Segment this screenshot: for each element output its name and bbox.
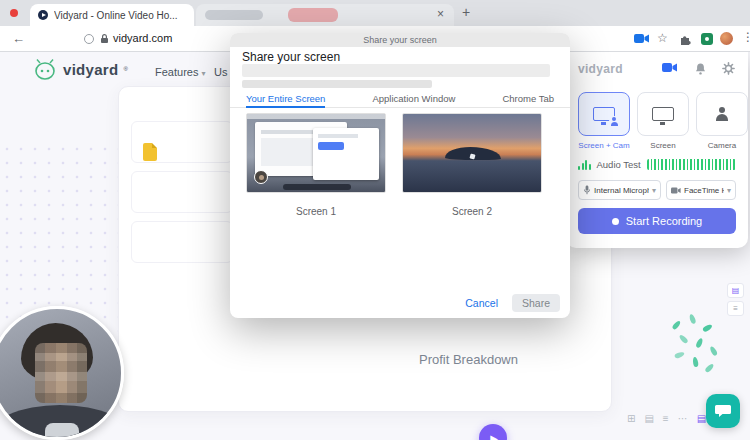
leaf-decoration <box>674 351 685 359</box>
registered-mark: ® <box>123 66 127 72</box>
tab-chrome-tab[interactable]: Chrome Tab <box>502 91 554 108</box>
redacted-origin-text <box>242 80 432 88</box>
browser-menu-icon[interactable]: ⋮ <box>742 30 750 44</box>
extensions-puzzle-icon[interactable] <box>679 33 692 46</box>
section-title: Profit Breakdown <box>419 352 518 367</box>
screen-thumbnails: Screen 1 Screen 2 <box>246 113 542 217</box>
audio-test-label: Audio Test <box>597 159 641 170</box>
microphone-value: Internal Microph... <box>594 186 649 195</box>
start-recording-label: Start Recording <box>626 215 702 227</box>
vidyard-wordmark: vidyard <box>63 61 118 78</box>
share-button[interactable]: Share <box>512 294 560 312</box>
tab-second[interactable]: × <box>196 4 454 26</box>
camera-in-use-icon[interactable] <box>634 33 650 44</box>
camera-value: FaceTime HD Cam... <box>684 186 724 195</box>
tab-strip: Vidyard - Online Video Ho... × + <box>0 0 750 26</box>
vidyard-extension-popup: vidyard Screen <box>566 52 748 248</box>
mode-screen-cam-label: Screen + Cam <box>576 141 632 150</box>
document-icon <box>143 143 157 161</box>
chevron-down-icon: ▾ <box>652 186 656 195</box>
site-info-icon[interactable] <box>84 34 94 44</box>
leaf-decoration <box>709 345 718 356</box>
chart-icon[interactable]: ▤ <box>697 413 706 424</box>
leaf-decoration <box>671 320 681 331</box>
camera-icon <box>671 187 681 194</box>
audio-waveform <box>647 159 736 170</box>
redacted-origin-text <box>242 64 550 77</box>
record-dot-icon <box>612 218 619 225</box>
dialog-tab-bar: Your Entire Screen Application Window Ch… <box>230 91 570 108</box>
bell-icon[interactable] <box>694 62 707 75</box>
vidyard-site-logo[interactable]: vidyard ® <box>32 58 128 80</box>
screen-2-thumbnail[interactable] <box>402 113 542 193</box>
vidyard-extension-icon[interactable] <box>701 33 713 45</box>
redacted-tab-badge <box>288 8 338 22</box>
browser-window: vidyard ® Features ▾ Us Profit Breakdown… <box>0 0 750 440</box>
dialog-footer: Cancel Share <box>465 294 560 312</box>
microphone-icon <box>583 185 591 195</box>
screen-1-thumbnail[interactable] <box>246 113 386 193</box>
monitor-icon <box>652 107 674 121</box>
mode-screen-label: Screen <box>635 141 691 150</box>
screen-1-label: Screen 1 <box>246 206 386 217</box>
record-indicator-dot <box>10 9 18 17</box>
mode-screen-card[interactable] <box>637 92 689 136</box>
person-shirt <box>45 423 79 440</box>
more-icon[interactable]: ⋯ <box>678 413 688 424</box>
tab-application-window[interactable]: Application Window <box>372 91 455 108</box>
tab-title: Vidyard - Online Video Ho... <box>54 10 178 21</box>
page-side-button[interactable]: ≡ <box>727 301 744 316</box>
person-icon <box>714 107 730 121</box>
videocam-icon[interactable] <box>662 62 678 73</box>
address-bar[interactable]: vidyard.com <box>113 32 172 44</box>
leaf-decoration <box>688 313 696 324</box>
cancel-button[interactable]: Cancel <box>465 297 498 309</box>
back-button[interactable]: ← <box>12 31 25 46</box>
mini-dock <box>283 184 351 190</box>
leaf-decoration <box>695 337 704 348</box>
nav-features[interactable]: Features ▾ <box>155 66 206 78</box>
bookmark-star-icon[interactable]: ☆ <box>657 31 668 45</box>
camera-select[interactable]: FaceTime HD Cam... ▾ <box>666 180 736 200</box>
leaf-decoration <box>702 323 713 332</box>
dialog-heading: Share your screen <box>242 50 340 64</box>
chevron-down-icon: ▾ <box>727 186 731 195</box>
vidyard-robot-icon <box>32 58 58 80</box>
chart-toolbar: ⊞ ▤ ≡ ⋯ ▤ <box>627 413 706 424</box>
placeholder-row <box>131 171 233 213</box>
monitor-camera-icon <box>593 107 615 121</box>
tab-entire-screen[interactable]: Your Entire Screen <box>246 91 325 108</box>
nav-use-cases-partial[interactable]: Us <box>214 66 227 78</box>
mode-camera-card[interactable] <box>696 92 748 136</box>
audio-level-icon <box>578 158 591 170</box>
placeholder-row <box>131 221 233 263</box>
grid-icon[interactable]: ⊞ <box>627 413 635 424</box>
screen-2-label: Screen 2 <box>402 206 542 217</box>
chat-bubble-icon <box>714 403 732 419</box>
extension-wordmark: vidyard <box>578 62 623 76</box>
new-tab-button[interactable]: + <box>462 4 470 20</box>
start-recording-button[interactable]: Start Recording <box>578 208 736 234</box>
page-side-button[interactable]: ▤ <box>727 283 744 298</box>
mode-screen-cam-card[interactable] <box>578 92 630 136</box>
lines-icon[interactable]: ≡ <box>663 413 669 424</box>
profile-avatar[interactable] <box>720 32 733 45</box>
vidyard-favicon <box>38 10 48 20</box>
tab-vidyard[interactable]: Vidyard - Online Video Ho... <box>30 4 194 26</box>
mode-camera-label: Camera <box>694 141 750 150</box>
lock-icon <box>100 33 109 44</box>
panel-icon[interactable]: ▤ <box>644 413 653 424</box>
leaf-decoration <box>692 357 699 368</box>
leaf-decoration <box>678 334 689 345</box>
play-icon: ▶ <box>490 433 498 440</box>
microphone-select[interactable]: Internal Microph... ▾ <box>578 180 661 200</box>
gear-icon[interactable] <box>722 62 735 75</box>
pixelated-face <box>35 343 87 403</box>
leaf-decoration <box>704 363 715 374</box>
audio-test-row: Audio Test <box>578 157 736 171</box>
video-play-button[interactable]: ▶ <box>479 424 507 440</box>
mini-webcam-icon <box>254 170 268 184</box>
close-tab-icon[interactable]: × <box>437 7 444 21</box>
redacted-tab-text <box>205 10 263 20</box>
chat-widget-button[interactable] <box>706 394 740 428</box>
